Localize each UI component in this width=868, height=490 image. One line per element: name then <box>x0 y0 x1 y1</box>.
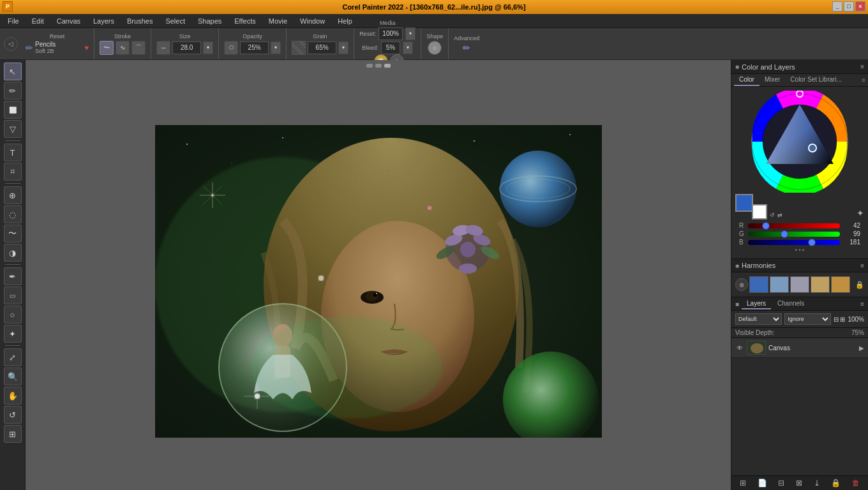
menu-help[interactable]: Help <box>333 16 357 26</box>
reset-dropdown[interactable]: ▾ <box>405 27 415 40</box>
reset-input[interactable] <box>378 27 403 40</box>
layer-new-group-btn[interactable]: ⊞ <box>740 479 746 487</box>
layer-settings-btn[interactable]: ▶ <box>859 345 864 352</box>
harmony-swatch-5[interactable] <box>831 276 850 293</box>
menu-window[interactable]: Window <box>295 16 330 26</box>
window-controls[interactable]: _ □ × <box>832 1 865 11</box>
menu-canvas[interactable]: Canvas <box>52 16 86 26</box>
preserve-select[interactable]: Ignore Preserve <box>784 313 831 325</box>
add-swatch-btn[interactable]: ✦ <box>857 208 864 218</box>
panel-menu-btn[interactable]: ≡ <box>860 63 864 70</box>
bleed-input[interactable] <box>381 41 400 54</box>
bleed-dropdown[interactable]: ▾ <box>403 41 413 54</box>
size-mode-btn[interactable]: ↔ <box>156 41 170 55</box>
tool-clone[interactable]: ⊕ <box>4 186 22 204</box>
menu-select[interactable]: Select <box>160 16 190 26</box>
stroke-btn-1[interactable]: 〜 <box>100 41 114 55</box>
color-tab-menu[interactable]: ≡ <box>862 77 865 84</box>
harmonies-search-icon[interactable]: ⊕ <box>735 278 748 291</box>
tool-select[interactable]: ↖ <box>4 63 22 80</box>
panel-collapse-icon[interactable]: ■ <box>735 63 739 70</box>
tool-symmetry[interactable]: ⊞ <box>4 425 22 443</box>
tool-eraser[interactable]: ⬜ <box>4 101 22 119</box>
blue-slider[interactable] <box>748 240 840 245</box>
grain-input[interactable] <box>308 41 336 54</box>
layer-item-canvas[interactable]: 👁 Canvas ▶ <box>731 338 868 358</box>
menu-layers[interactable]: Layers <box>88 16 119 26</box>
swap-colors-btn[interactable]: ⇄ <box>777 212 782 218</box>
layer-visibility-toggle[interactable]: 👁 <box>735 343 744 352</box>
tool-dodge[interactable]: ◑ <box>4 244 22 262</box>
tab-mixer[interactable]: Mixer <box>760 74 785 86</box>
tool-type[interactable]: T <box>4 144 22 161</box>
favorite-icon[interactable]: ♥ <box>84 43 89 52</box>
tab-channels[interactable]: Channels <box>772 299 809 309</box>
tool-lasso[interactable]: ○ <box>4 306 22 323</box>
tool-transform[interactable]: ⤢ <box>4 348 22 366</box>
layers-menu-btn[interactable]: ≡ <box>860 301 864 308</box>
harmonies-collapse-icon[interactable]: ■ <box>735 262 739 269</box>
harmonies-lock-icon[interactable]: 🔒 <box>855 281 864 289</box>
tool-pen[interactable]: ✒ <box>4 267 22 285</box>
layers-opacity-value: 100% <box>848 316 864 323</box>
tab-color[interactable]: Color <box>734 74 760 86</box>
harmony-swatch-2[interactable] <box>770 276 789 293</box>
red-slider[interactable] <box>748 223 840 228</box>
tool-brush[interactable]: ✏ <box>4 82 22 100</box>
tab-color-set[interactable]: Color Set Librari... <box>785 74 847 86</box>
grain-dropdown[interactable]: ▾ <box>338 41 348 54</box>
menu-edit[interactable]: Edit <box>27 16 49 26</box>
background-color-swatch[interactable] <box>752 204 767 219</box>
canvas-area[interactable] <box>26 60 731 490</box>
tool-magic-wand[interactable]: ✦ <box>4 325 22 343</box>
menu-file[interactable]: File <box>3 16 24 26</box>
minimize-button[interactable]: _ <box>832 1 842 11</box>
layer-duplicate-btn[interactable]: ⊟ <box>778 479 784 487</box>
color-wheel[interactable] <box>749 91 851 193</box>
tool-rect-select[interactable]: ▭ <box>4 286 22 304</box>
shape-icon[interactable]: ○ <box>428 41 442 55</box>
tool-fill[interactable]: ▽ <box>4 120 22 138</box>
harmony-swatch-4[interactable] <box>811 276 830 293</box>
red-row: R 42 <box>739 222 860 229</box>
close-button[interactable]: × <box>855 1 865 11</box>
opacity-input[interactable] <box>240 41 269 54</box>
layer-merge-btn[interactable]: ⊠ <box>796 479 802 487</box>
stroke-btn-2[interactable]: ∿ <box>116 41 130 55</box>
tool-crop[interactable]: ⌗ <box>4 163 22 181</box>
canvas-container[interactable] <box>155 125 602 438</box>
size-dropdown[interactable]: ▾ <box>203 41 213 54</box>
tool-rotate[interactable]: ↺ <box>4 406 22 424</box>
foreground-color-swatch[interactable] <box>735 194 753 212</box>
tool-grab[interactable]: ✋ <box>4 387 22 405</box>
layer-import-btn[interactable]: ⤓ <box>814 479 820 487</box>
layer-delete-btn[interactable]: 🗑 <box>852 479 860 487</box>
tab-layers[interactable]: Layers <box>742 299 771 309</box>
rgb-expand-btn[interactable]: • • • <box>739 247 860 253</box>
harmony-swatch-3[interactable] <box>790 276 809 293</box>
menu-movie[interactable]: Movie <box>264 16 292 26</box>
opacity-dropdown[interactable]: ▾ <box>271 41 281 54</box>
tool-blur[interactable]: ◌ <box>4 205 22 223</box>
layers-new-icon[interactable]: ⊞ <box>840 316 845 323</box>
menu-brushes[interactable]: Brushes <box>122 16 158 26</box>
tool-smear[interactable]: 〜 <box>4 225 22 242</box>
maximize-button[interactable]: □ <box>844 1 854 11</box>
brush-history-back[interactable]: ◁ <box>4 37 18 51</box>
tool-zoom[interactable]: 🔍 <box>4 368 22 385</box>
g-label: G <box>739 230 745 237</box>
layers-collapse-icon[interactable]: ■ <box>735 301 739 308</box>
menu-effects[interactable]: Effects <box>229 16 260 26</box>
reset-colors-btn[interactable]: ↺ <box>770 212 775 218</box>
opacity-mode-btn[interactable]: ⬡ <box>224 41 238 55</box>
canvas-image[interactable] <box>155 125 602 438</box>
harmony-swatch-1[interactable] <box>749 276 768 293</box>
menu-shapes[interactable]: Shapes <box>193 16 227 26</box>
size-input[interactable]: 28.0 <box>172 41 201 54</box>
stroke-btn-3[interactable]: ⌒ <box>131 41 146 55</box>
green-slider[interactable] <box>748 232 840 237</box>
harmonies-menu-btn[interactable]: ≡ <box>860 262 864 269</box>
layer-new-btn[interactable]: 📄 <box>758 479 767 487</box>
layer-lock-btn[interactable]: 🔒 <box>831 479 841 487</box>
blend-mode-select[interactable]: Default Multiply Screen <box>735 313 782 325</box>
